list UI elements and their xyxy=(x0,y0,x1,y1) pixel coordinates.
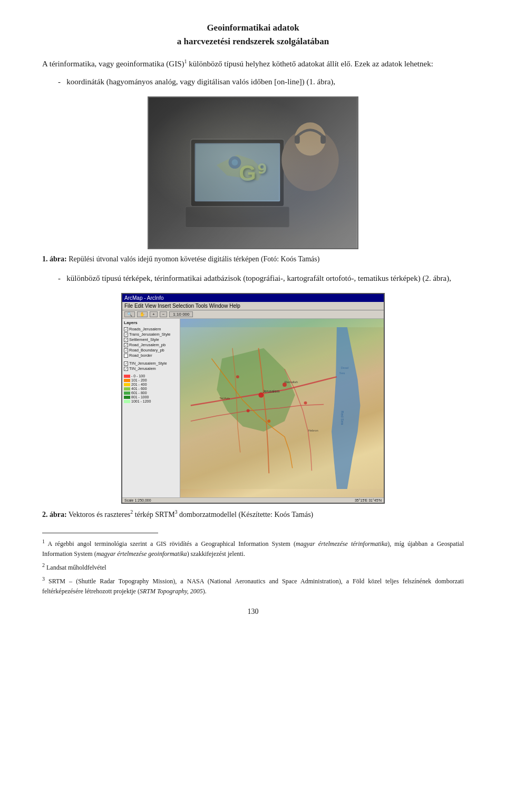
caption2-text-end: domborzatmodellel (Készítette: Koós Tamá… xyxy=(178,511,314,518)
svg-text:Ramallah: Ramallah xyxy=(285,380,298,384)
layer-item: Trans_Jerusalem_Style xyxy=(124,332,178,337)
gis-body: Layers Roads_Jerusalem Trans_Jerusalem_S… xyxy=(122,319,384,497)
fn3-italic: SRTM Topography, 2005 xyxy=(140,588,203,595)
caption-2: 2. ábra: Vektoros és raszteres2 térkép S… xyxy=(42,508,464,520)
layer-item: TIN_Jerusalem_Style xyxy=(124,361,178,366)
bullet2-prefix: különböző típusú térképek, térinformatik… xyxy=(66,274,246,282)
fn3-text2: ). xyxy=(203,588,207,595)
menubar-text: File Edit View Insert Selection Tools Wi… xyxy=(124,303,240,309)
layer-name: TIN_Jerusalem xyxy=(129,366,156,371)
layer-name: Settlement_Style xyxy=(129,337,159,342)
svg-rect-9 xyxy=(295,135,300,144)
layer-name: Road_Boundary_pb xyxy=(129,348,164,353)
legend-item: 401 - 600 xyxy=(124,387,178,390)
toolbar-zoom-label: 1:10 000 xyxy=(169,311,193,317)
layer-checkbox[interactable] xyxy=(124,367,128,371)
toolbar-btn-1[interactable]: 🔍 xyxy=(124,311,135,317)
fn1-italic1: magyar értelmezése térinformatika xyxy=(296,540,387,547)
bullet1-suffix: ) (1. ábra), xyxy=(302,77,335,86)
intro-cont: különböző típusú helyhez köthető adatoka… xyxy=(187,60,433,68)
legend-item: - 0 - 100 xyxy=(124,374,178,378)
layers-label: Layers xyxy=(124,320,178,325)
legend-section: - 0 - 100 101 - 200 201 - 400 401 - 600 … xyxy=(124,374,178,403)
layer-item: Road_border xyxy=(124,353,178,358)
legend-label: 201 - 400 xyxy=(131,383,147,386)
gis-statusbar: Scale 1:250,000 35°15'E 31°45'N xyxy=(122,497,384,503)
toolbar-btn-2[interactable]: ✋ xyxy=(137,311,148,317)
caption2-bold: 2. ábra: xyxy=(42,511,67,518)
layer-item: TIN_Jerusalem xyxy=(124,366,178,371)
image-1-container: G⁹ xyxy=(42,96,464,249)
legend-label: 401 - 600 xyxy=(131,387,147,390)
legend-item: 201 - 400 xyxy=(124,383,178,386)
caption1-text: Repülési útvonal valós idejű nyomon köve… xyxy=(67,255,320,263)
svg-point-5 xyxy=(232,159,238,165)
layer-checkbox[interactable] xyxy=(124,327,128,331)
legend-label: - 0 - 100 xyxy=(131,374,145,378)
status-coords: 35°15'E 31°45'N xyxy=(355,498,382,502)
svg-point-12 xyxy=(258,393,264,398)
layer-checkbox[interactable] xyxy=(124,354,128,358)
layer-name: Road_border xyxy=(129,353,152,358)
gis-menubar: File Edit View Insert Selection Tools Wi… xyxy=(122,302,384,310)
intro-text: A térinformatika, vagy geoinformatika (G… xyxy=(42,60,184,68)
svg-text:Jerusalem: Jerusalem xyxy=(262,389,279,393)
intro-paragraph: A térinformatika, vagy geoinformatika (G… xyxy=(42,57,464,70)
gis-toolbar: 🔍 ✋ + − 1:10 000 xyxy=(122,310,384,319)
caption2-text-prefix: Vektoros és raszteres xyxy=(67,511,131,518)
gis-photo-1: G⁹ xyxy=(148,96,358,249)
fn1-italic2: magyar értelmezése geoinformatika xyxy=(96,550,187,557)
toolbar-btn-3[interactable]: + xyxy=(150,311,158,317)
legend-item: 601 - 800 xyxy=(124,391,178,395)
layer-checkbox[interactable] xyxy=(124,348,128,353)
svg-rect-10 xyxy=(320,135,326,144)
page-number: 130 xyxy=(42,608,464,616)
footnote-2: 2 Landsat műholdfelvétel xyxy=(42,561,464,573)
layer-item: Settlement_Style xyxy=(124,337,178,342)
gis-map-area: Jerusalem Ramallah Tel Aviv Hebron Red S… xyxy=(180,319,384,497)
legend-label: 801 - 1000 xyxy=(131,395,149,399)
caption1-bold: 1. ábra: xyxy=(42,255,67,263)
legend-item: 101 - 200 xyxy=(124,378,178,382)
bullet2-italic: topográfiai-, kartografált ortofotó-, te… xyxy=(246,274,418,282)
layer-name: TIN_Jerusalem_Style xyxy=(129,361,167,366)
svg-text:Red Sea: Red Sea xyxy=(340,410,344,425)
legend-label: 601 - 800 xyxy=(131,391,147,395)
footnote-divider xyxy=(42,533,158,533)
titlebar-text: ArcMap - ArcInfo xyxy=(124,295,163,301)
layer-checkbox[interactable] xyxy=(124,361,128,366)
svg-point-15 xyxy=(267,419,270,423)
legend-label: 101 - 200 xyxy=(131,378,147,382)
gis-titlebar: ArcMap - ArcInfo xyxy=(122,294,384,302)
bullet2-suffix: ) (2. ábra), xyxy=(418,274,451,282)
svg-point-16 xyxy=(236,375,239,378)
page-title: Geoinformatikai adatok a harcvezetési re… xyxy=(42,21,464,48)
layer-checkbox[interactable] xyxy=(124,338,128,342)
legend-item: 801 - 1000 xyxy=(124,395,178,399)
layer-spacer2 xyxy=(124,371,178,373)
legend-label: 1001 - 1200 xyxy=(131,399,151,403)
bullet1-italic: hagyományos analóg, vagy digitálisan val… xyxy=(109,77,302,86)
fn1-text: A régebbi angol terminológia szerint a G… xyxy=(45,540,296,547)
bullet-dash-2: - xyxy=(58,274,65,282)
fn2-text: Landsat műholdfelvétel xyxy=(45,564,106,571)
layer-checkbox[interactable] xyxy=(124,332,128,337)
layer-item: Road_Jerusalem_pb xyxy=(124,343,178,347)
caption-1: 1. ábra: Repülési útvonal valós idejű ny… xyxy=(42,253,464,265)
title-line-2: a harcvezetési rendszerek szolgálatában xyxy=(42,35,464,48)
status-scale: Scale 1:250,000 xyxy=(124,498,151,502)
layer-name: Road_Jerusalem_pb xyxy=(129,343,166,347)
bullet-1: - koordináták (hagyományos analóg, vagy … xyxy=(58,75,464,88)
toolbar-btn-4[interactable]: − xyxy=(160,311,168,317)
layer-spacer xyxy=(124,358,178,360)
svg-text:Sea: Sea xyxy=(339,371,345,375)
svg-text:Tel Aviv: Tel Aviv xyxy=(219,397,230,400)
footnote-3: 3 SRTM – (Shuttle Radar Topography Missi… xyxy=(42,575,464,596)
layer-checkbox[interactable] xyxy=(124,343,128,347)
footnote-1: 1 A régebbi angol terminológia szerint a… xyxy=(42,537,464,559)
caption2-text-mid: térkép SRTM xyxy=(133,511,174,518)
gis-layers-panel: Layers Roads_Jerusalem Trans_Jerusalem_S… xyxy=(122,319,180,497)
layer-item: Road_Boundary_pb xyxy=(124,348,178,353)
bullet-dash: - xyxy=(58,77,65,86)
image-2-container: ArcMap - ArcInfo File Edit View Insert S… xyxy=(42,293,464,504)
